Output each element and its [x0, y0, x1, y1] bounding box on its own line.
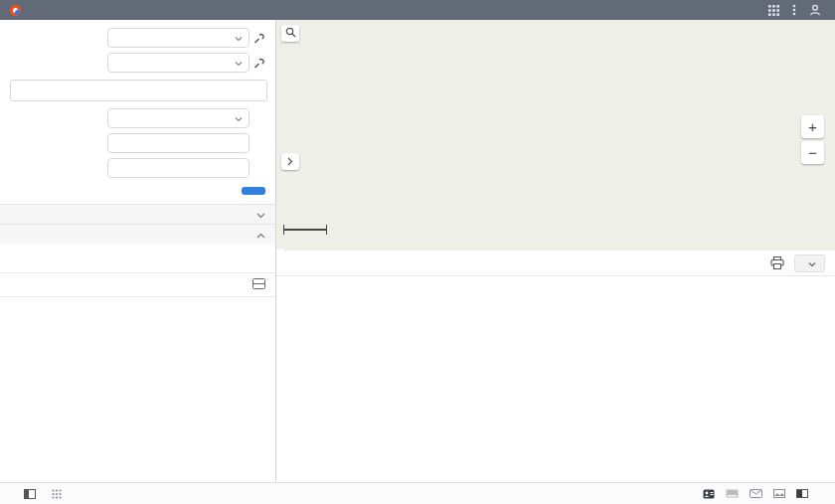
template-select[interactable] [107, 28, 250, 48]
chevron-down-icon [256, 209, 265, 221]
from-datetime-input[interactable] [107, 133, 250, 153]
chevron-down-icon [235, 112, 243, 124]
gallery-icon[interactable] [773, 489, 785, 498]
print-button[interactable] [770, 256, 784, 269]
report-form [0, 20, 275, 195]
search-icon [285, 27, 296, 40]
export-button[interactable] [794, 254, 825, 272]
summary-table-icon [252, 278, 265, 291]
section-report-result[interactable] [0, 224, 275, 244]
chart-toolbar [276, 251, 835, 276]
chevron-right-icon [287, 156, 293, 168]
clear-button[interactable] [216, 190, 228, 192]
contrast-icon[interactable] [796, 489, 808, 498]
id-card-icon[interactable] [703, 489, 715, 499]
date-range-tabs [10, 80, 267, 101]
layout-toggle-icon[interactable] [24, 489, 36, 499]
map-zoom-out-button[interactable]: − [801, 141, 824, 164]
kebab-menu-icon[interactable] [792, 4, 796, 16]
chevron-down-icon [808, 257, 816, 269]
map-scale [283, 225, 327, 235]
chevron-down-icon [235, 57, 243, 69]
chevron-up-icon [256, 229, 265, 241]
apps-grid-icon[interactable] [52, 489, 62, 499]
template-settings-icon[interactable] [250, 33, 267, 44]
execute-button[interactable] [242, 187, 265, 195]
mail-icon[interactable] [750, 489, 762, 498]
wialon-logo[interactable] [0, 5, 36, 16]
top-navbar [0, 0, 835, 20]
unit-select[interactable] [107, 53, 250, 73]
wialon-logo-icon [10, 5, 21, 16]
chevron-down-icon [235, 32, 243, 44]
map-zoom-in-button[interactable]: + [801, 115, 824, 138]
keyboard-icon[interactable] [726, 489, 739, 498]
fuel-speed-chart[interactable] [276, 276, 835, 482]
map-search-button[interactable] [281, 25, 299, 42]
map-toolbar-expand-button[interactable] [281, 153, 299, 170]
section-report-templates[interactable] [0, 204, 275, 224]
apps-grid-icon[interactable] [768, 5, 779, 16]
to-datetime-input[interactable] [107, 158, 250, 178]
chart-event-icons [0, 252, 275, 265]
user-icon[interactable] [809, 4, 821, 16]
summary-row[interactable] [0, 272, 275, 297]
navbar-right [768, 4, 835, 16]
unit-settings-icon[interactable] [250, 58, 267, 69]
status-bar [0, 482, 835, 504]
map[interactable]: + − [276, 20, 835, 251]
interval-select[interactable] [107, 108, 250, 128]
graph-section-label [0, 244, 275, 252]
report-panel [0, 20, 276, 482]
